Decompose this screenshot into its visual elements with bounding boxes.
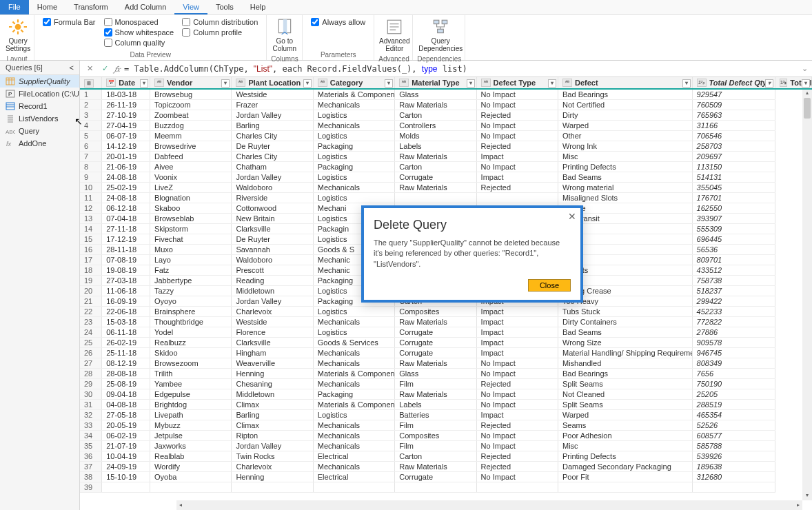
cell[interactable]: Split Seams xyxy=(558,379,693,389)
table-row[interactable]: 2315-03-18ThoughtbridgeWestsideMechanica… xyxy=(80,317,812,327)
cell[interactable]: Waldoboro xyxy=(232,183,313,193)
table-row[interactable]: 614-12-19BrowsedriveDe RuyterPackagingLa… xyxy=(80,141,812,152)
cell[interactable]: Mechanicals xyxy=(313,121,394,131)
cell[interactable]: Barling xyxy=(232,121,313,131)
cell[interactable]: 7656 xyxy=(692,369,775,379)
cell[interactable]: Clarksville xyxy=(232,338,313,348)
cell[interactable]: Logistics xyxy=(313,327,394,338)
cell[interactable]: Materials & Components xyxy=(313,369,394,379)
cell[interactable]: Impact xyxy=(476,317,558,327)
cell[interactable]: Raw Materials xyxy=(395,183,476,193)
query-settings-button[interactable]: Query Settings xyxy=(4,17,32,54)
cell[interactable]: Logistics xyxy=(313,307,394,317)
cell[interactable]: Edgepulse xyxy=(150,389,231,400)
cell[interactable]: Chatham xyxy=(232,162,313,172)
cell[interactable]: Logistics xyxy=(313,193,394,203)
cell[interactable] xyxy=(692,482,775,493)
cell[interactable]: Corrugate xyxy=(395,472,476,482)
cell[interactable]: 312680 xyxy=(692,472,775,482)
cell[interactable]: 24-08-18 xyxy=(102,172,150,183)
table-row[interactable]: 2625-11-18SkidooHinghamMechanicalsCorrug… xyxy=(80,348,812,358)
cell[interactable]: 28-11-18 xyxy=(102,245,150,255)
cell[interactable]: Skidoo xyxy=(150,348,231,358)
cell[interactable]: Wrong Ink xyxy=(558,141,693,152)
formula-bar-checkbox[interactable]: Formula Bar xyxy=(43,18,96,26)
table-row[interactable]: 2925-08-19YambeeChesaningMechanicalsFilm… xyxy=(80,379,812,389)
cell[interactable]: Film xyxy=(395,441,476,451)
cell[interactable]: 258703 xyxy=(692,141,775,152)
cell[interactable]: 760509 xyxy=(692,100,775,110)
cell[interactable]: Mechanicals xyxy=(313,100,394,110)
scroll-up-icon[interactable]: ▴ xyxy=(802,90,812,98)
cell[interactable]: 189638 xyxy=(692,462,775,472)
cell[interactable]: 765963 xyxy=(692,110,775,121)
cell[interactable]: 08-12-19 xyxy=(102,358,150,369)
cell[interactable]: Carton xyxy=(395,110,476,121)
cell[interactable]: Realbuzz xyxy=(150,338,231,348)
cell[interactable]: Electrical xyxy=(313,472,394,482)
menu-home[interactable]: Home xyxy=(29,0,65,14)
scroll-right-icon[interactable]: ▸ xyxy=(794,500,802,510)
cell[interactable]: Riverside xyxy=(232,193,313,203)
cell[interactable]: 25-11-18 xyxy=(102,348,150,358)
cell[interactable]: Charlevoix xyxy=(232,307,313,317)
column-header-category[interactable]: ᴬᴮCategory▾ xyxy=(313,77,394,89)
cell[interactable]: Topiczoom xyxy=(150,100,231,110)
commit-formula-icon[interactable]: ✓ xyxy=(99,63,110,74)
filter-dropdown-icon[interactable]: ▾ xyxy=(548,79,556,88)
cell[interactable]: Logistics xyxy=(313,172,394,183)
cell[interactable]: Yodel xyxy=(150,327,231,338)
cell[interactable]: 452233 xyxy=(692,307,775,317)
cell[interactable]: Molds xyxy=(395,131,476,141)
cell[interactable]: Rejected xyxy=(476,451,558,462)
cell[interactable]: 22-06-18 xyxy=(102,307,150,317)
cell[interactable]: Aivee xyxy=(150,162,231,172)
monospaced-checkbox[interactable]: Monospaced xyxy=(104,18,174,26)
cell[interactable]: 17-12-19 xyxy=(102,234,150,245)
cell[interactable]: Labels xyxy=(395,400,476,410)
cell[interactable]: Materials & Components xyxy=(313,400,394,410)
cell[interactable]: 758738 xyxy=(692,276,775,286)
cell[interactable]: Corrugate xyxy=(395,348,476,358)
cell[interactable]: Mechanicals xyxy=(313,183,394,193)
vertical-scrollbar[interactable]: ▴ ▾ xyxy=(802,90,812,500)
cell[interactable]: Layo xyxy=(150,255,231,265)
cell[interactable] xyxy=(558,482,693,493)
cell[interactable]: Other xyxy=(558,131,693,141)
cell[interactable]: Raw Materials xyxy=(395,152,476,162)
cell[interactable]: Mechanicals xyxy=(313,431,394,441)
cell[interactable]: Tubs Stuck xyxy=(558,307,693,317)
cell[interactable]: Oyoba xyxy=(150,472,231,482)
table-row[interactable]: 821-06-19AiveeChathamPackagingCartonNo I… xyxy=(80,162,812,172)
cell[interactable]: 162550 xyxy=(692,203,775,214)
cell[interactable]: Reading xyxy=(232,276,313,286)
cell[interactable]: 929547 xyxy=(692,89,775,100)
cell[interactable] xyxy=(476,193,558,203)
advanced-editor-button[interactable]: Advanced Editor xyxy=(378,17,410,54)
cell[interactable]: Rejected xyxy=(476,462,558,472)
cell[interactable]: 946745 xyxy=(692,348,775,358)
column-quality-checkbox[interactable]: Column quality xyxy=(104,39,174,47)
cell[interactable]: Cottonwood xyxy=(232,203,313,214)
cell[interactable]: Mechanicals xyxy=(313,420,394,431)
cell[interactable]: Warped xyxy=(558,121,693,131)
cell[interactable]: Warped xyxy=(558,410,693,420)
cell[interactable]: Rejected xyxy=(476,379,558,389)
cell[interactable]: De Ruyter xyxy=(232,234,313,245)
cell[interactable]: Dabfeed xyxy=(150,152,231,162)
cell[interactable]: 433512 xyxy=(692,265,775,276)
cell[interactable]: LiveZ xyxy=(150,183,231,193)
cell[interactable]: Bad Seams xyxy=(558,172,693,183)
table-row[interactable]: 3815-10-19OyobaHenningElectricalCorrugat… xyxy=(80,472,812,482)
cell[interactable]: 585788 xyxy=(692,441,775,451)
cell[interactable]: Jordan Valley xyxy=(232,441,313,451)
query-item-listvendors[interactable]: ListVendors xyxy=(0,112,79,125)
cell[interactable]: Wrong material xyxy=(558,183,693,193)
cell[interactable]: Impact xyxy=(476,172,558,183)
cell[interactable]: 52526 xyxy=(692,420,775,431)
cell[interactable]: Wrong Size xyxy=(558,338,693,348)
cell[interactable]: 20-05-19 xyxy=(102,420,150,431)
cell[interactable] xyxy=(395,193,476,203)
cell[interactable]: 27-05-18 xyxy=(102,410,150,420)
column-header-date[interactable]: 📅Date▾ xyxy=(102,77,150,89)
